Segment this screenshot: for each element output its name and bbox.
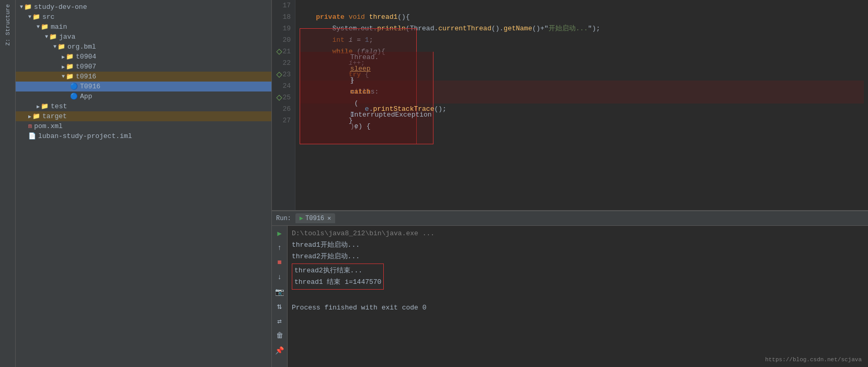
output-highlighted-box: thread2执行结束... thread1 结束 i=1447570 — [292, 263, 384, 290]
tree-label: target — [42, 112, 67, 120]
structure-tab[interactable]: Z: Structure — [3, 0, 13, 50]
tree-item-t0916-folder[interactable]: ▼ 📁 t0916 — [16, 72, 271, 82]
run-tab-bar: Run: ▶ T0916 ✕ — [272, 211, 868, 226]
run-tab-close-icon[interactable]: ✕ — [327, 214, 331, 222]
arrow-icon: ▼ — [45, 34, 48, 40]
keyword-private: private — [316, 12, 345, 23]
tree-content: ▼ 📁 study-dev-one ▼ 📁 src ▼ 📁 main ▼ 📁 j… — [16, 0, 271, 367]
tree-label: pom.xml — [34, 122, 63, 130]
iml-icon: 📄 — [28, 132, 36, 140]
line-num-22: 22 — [276, 58, 291, 69]
rerun-button[interactable]: ⇅ — [275, 301, 285, 312]
tree-label: src — [42, 13, 54, 21]
run-label: Run: — [276, 215, 291, 222]
code-line-17 — [300, 0, 864, 12]
tree-label: org.bml — [67, 43, 96, 51]
method-thread1: thread1 — [369, 12, 398, 23]
folder-icon: 📁 — [32, 13, 40, 21]
breakpoint-23 — [276, 72, 282, 77]
arrow-icon: ▼ — [28, 14, 31, 20]
folder-icon: 📁 — [41, 102, 49, 110]
run-tab-name: T0916 — [305, 215, 324, 222]
tree-label: test — [51, 102, 67, 110]
code-content[interactable]: private void thread1 (){ System.out. pri… — [295, 0, 868, 210]
string-start: 开始启动... — [549, 23, 588, 35]
line-num-26: 26 — [276, 104, 291, 115]
tree-label: t0916 — [76, 73, 96, 81]
tree-item-iml[interactable]: 📄 luban-study-project.iml — [16, 131, 271, 141]
scroll-down-button[interactable]: ↓ — [275, 272, 285, 282]
code-editor: 17 18 19 20 21 22 23 24 25 26 — [272, 0, 868, 210]
line-num-20: 20 — [276, 35, 291, 46]
tree-label: t0904 — [76, 53, 96, 61]
arrow-icon: ▼ — [37, 24, 40, 30]
tree-item-t0904[interactable]: ▶ 📁 t0904 — [16, 52, 271, 62]
arrow-icon: ▶ — [28, 113, 31, 120]
run-body: ▶ ↑ ■ ↓ 📷 ⇅ ⇄ 🗑 📌 D:\tools\java8_212\bin… — [272, 226, 868, 367]
folder-icon: 📁 — [41, 23, 49, 31]
scroll-up-button[interactable]: ↑ — [275, 243, 285, 253]
screenshot-button[interactable]: 📷 — [275, 286, 285, 297]
folder-icon: 📁 — [66, 73, 74, 81]
stop-button[interactable]: ■ — [275, 257, 285, 268]
tree-item-main[interactable]: ▼ 📁 main — [16, 22, 271, 32]
output-line-process: Process finished with exit code 0 — [292, 302, 864, 314]
run-tab-t0916[interactable]: ▶ T0916 ✕ — [295, 213, 335, 223]
arrow-icon: ▼ — [53, 44, 56, 50]
paren: (). — [492, 23, 504, 35]
tree-item-t0907[interactable]: ▶ 📁 t0907 — [16, 62, 271, 72]
tree-label: t0907 — [76, 63, 96, 71]
folder-icon: 📁 — [58, 43, 65, 51]
clear-button[interactable]: 🗑 — [275, 330, 285, 341]
line-num-23: 23 — [276, 69, 291, 81]
folder-icon: 📁 — [66, 63, 74, 71]
sort-button[interactable]: ⇄ — [275, 316, 285, 326]
getname-method: getName — [504, 23, 532, 35]
arrow-icon: ▼ — [62, 74, 65, 79]
run-toolbar: ▶ ↑ ■ ↓ 📷 ⇅ ⇄ 🗑 📌 — [272, 226, 288, 367]
tree-label: App — [80, 93, 92, 100]
java-file-icon: 🔵 — [70, 83, 78, 90]
code-line-25: } catch ( InterruptedException e) { — [300, 92, 864, 104]
line-num-25: 25 — [276, 92, 291, 104]
printstacktrace-method: printStackTrace — [373, 104, 434, 115]
tree-item-pom-xml[interactable]: m pom.xml — [16, 121, 271, 131]
output-line-empty — [292, 291, 864, 302]
tree-label: study-dev-one — [34, 3, 87, 11]
code-line-26: e . printStackTrace (); — [300, 104, 864, 115]
keyword-void: void — [349, 12, 365, 23]
tree-item-target[interactable]: ▶ 📁 target — [16, 111, 271, 121]
currentthread-method: currentThread — [438, 23, 491, 35]
tree-item-java[interactable]: ▼ 📁 java — [16, 32, 271, 42]
breakpoint-25 — [276, 95, 282, 100]
output-line-thread2-end: thread2执行结束... — [294, 265, 381, 277]
output-line-thread1-end: thread1 结束 i=1447570 — [294, 277, 381, 288]
breakpoint-21 — [276, 49, 282, 54]
folder-icon: 📁 — [24, 3, 32, 11]
output-line-thread2-start: thread2开始启动... — [292, 251, 864, 262]
folder-icon: 📁 — [66, 53, 74, 61]
paren: ()+" — [532, 23, 549, 35]
line-num-18: 18 — [276, 12, 291, 23]
pin-button[interactable]: 📌 — [275, 345, 285, 355]
line-numbers: 17 18 19 20 21 22 23 24 25 26 — [272, 0, 295, 210]
xml-icon: m — [28, 123, 32, 130]
arrow-icon: ▶ — [62, 64, 65, 70]
play-button[interactable]: ▶ — [275, 228, 285, 238]
line-num-27: 27 — [276, 115, 291, 127]
tree-item-test[interactable]: ▶ 📁 test — [16, 101, 271, 111]
tree-item-study-dev-one[interactable]: ▼ 📁 study-dev-one — [16, 2, 271, 12]
tree-item-App[interactable]: 🔵 App — [16, 91, 271, 101]
tree-item-src[interactable]: ▼ 📁 src — [16, 12, 271, 22]
line-num-24: 24 — [276, 81, 291, 92]
bottom-link: https://blog.csdn.net/scjava — [765, 357, 862, 363]
editor-area: 17 18 19 20 21 22 23 24 25 26 — [272, 0, 868, 367]
tree-label: main — [51, 23, 67, 31]
tree-item-T0916[interactable]: 🔵 T0916 — [16, 82, 271, 91]
java-file-icon: 🔵 — [70, 93, 78, 100]
tree-item-org-bml[interactable]: ▼ 📁 org.bml — [16, 42, 271, 52]
arrow-icon: ▶ — [37, 104, 40, 110]
paren-open: (){ — [397, 12, 409, 23]
tree-label: T0916 — [80, 83, 100, 90]
folder-icon: 📁 — [32, 112, 40, 120]
